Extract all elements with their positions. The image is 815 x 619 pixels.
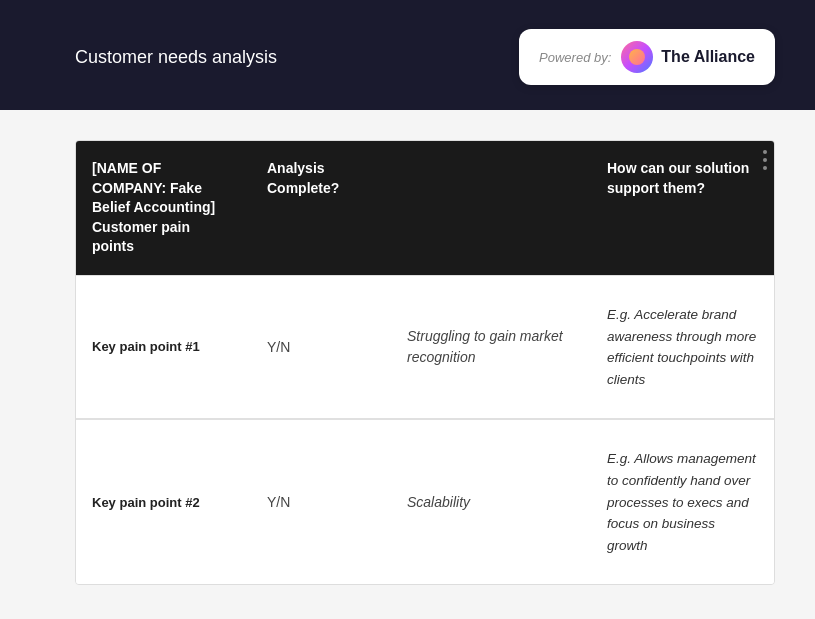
pain-point-1-label: Key pain point #1 [76,276,251,418]
pain-point-1-description: Struggling to gain market recognition [391,276,591,418]
alliance-logo: The Alliance [621,41,755,73]
table-header-description [391,141,591,275]
alliance-logo-inner [629,49,645,65]
table-row: Key pain point #2 Y/N Scalability E.g. A… [76,419,774,584]
pain-point-1-analysis: Y/N [251,276,391,418]
pain-point-2-analysis: Y/N [251,420,391,584]
page-title: Customer needs analysis [75,47,277,68]
table-header-analysis: Analysis Complete? [251,141,391,275]
table-header: [NAME OF COMPANY: Fake Belief Accounting… [76,141,774,275]
analysis-table: [NAME OF COMPANY: Fake Belief Accounting… [75,140,775,585]
powered-by-label: Powered by: [539,50,611,65]
pain-point-2-solution: E.g. Allows management to confidently ha… [591,420,774,584]
table-header-solution: How can our solution support them? [591,141,774,275]
pain-point-2-description: Scalability [391,420,591,584]
powered-by-badge: Powered by: The Alliance [519,29,775,85]
page-header: Customer needs analysis Powered by: The … [0,0,815,110]
more-options-icon[interactable] [763,150,767,170]
main-content: [NAME OF COMPANY: Fake Belief Accounting… [0,110,815,619]
table-header-pain-points: [NAME OF COMPANY: Fake Belief Accounting… [76,141,251,275]
table-row: Key pain point #1 Y/N Struggling to gain… [76,275,774,419]
pain-point-2-label: Key pain point #2 [76,420,251,584]
alliance-name: The Alliance [661,48,755,66]
alliance-logo-icon [621,41,653,73]
pain-point-1-solution: E.g. Accelerate brand awareness through … [591,276,774,418]
